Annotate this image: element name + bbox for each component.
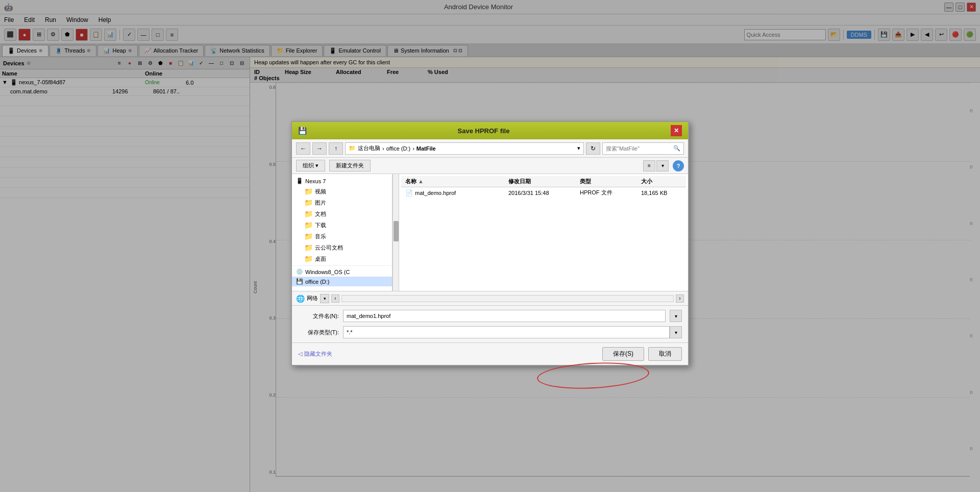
tree-item-nexus7[interactable]: 📱 Nexus 7: [292, 176, 392, 186]
tree-item-downloads[interactable]: 📁 下载: [292, 219, 392, 231]
filename-row: 文件名(N): ▾: [298, 310, 682, 322]
col-header-date[interactable]: 修改日期: [508, 178, 580, 185]
folder-docs-icon: 📁: [304, 210, 313, 218]
file-type: HPROF 文件: [580, 189, 641, 196]
file-name-area: 文件名(N): ▾ 保存类型(T): ▾: [292, 305, 688, 342]
filetype-input[interactable]: [343, 326, 670, 338]
network-expand-btn[interactable]: ▾: [320, 294, 329, 303]
tree-scrollbar-thumb[interactable]: [394, 221, 399, 241]
network-icon: 🌐: [296, 294, 305, 303]
breadcrumb-bar: 📁 这台电脑 › office (D:) › MatFile ▾: [345, 142, 584, 155]
dialog-buttons: ◁ 隐藏文件夹 保存(S) 取消: [292, 342, 688, 365]
filetype-container: ▾: [343, 326, 682, 338]
hide-folders-toggle[interactable]: ◁ 隐藏文件夹: [298, 350, 332, 358]
breadcrumb-sep1: ›: [382, 145, 384, 152]
hide-folders-label: 隐藏文件夹: [304, 350, 332, 358]
nexus7-icon: 📱: [296, 178, 303, 184]
file-name-text: mat_demo.hprof: [415, 190, 456, 196]
tree-item-desktop[interactable]: 📁 桌面: [292, 253, 392, 264]
folder-video-icon: 📁: [304, 187, 313, 195]
search-box: 🔍: [602, 142, 684, 155]
hide-folders-icon: ◁: [298, 351, 302, 357]
folder-music-icon: 📁: [304, 232, 313, 240]
network-label[interactable]: 网络: [307, 294, 318, 302]
view-list-button[interactable]: ≡: [643, 160, 655, 171]
file-date: 2016/3/31 15:48: [508, 190, 580, 196]
tree-item-pictures[interactable]: 📁 图片: [292, 197, 392, 208]
file-name-cell: 📄 mat_demo.hprof: [405, 189, 508, 196]
file-list-header: 名称 ▲ 修改日期 类型 大小: [401, 176, 686, 187]
col-header-type[interactable]: 类型: [580, 178, 641, 185]
save-button[interactable]: 保存(S): [602, 347, 644, 361]
filetype-dropdown[interactable]: ▾: [670, 326, 682, 338]
breadcrumb-folder-icon: 📁: [349, 145, 356, 152]
forward-button[interactable]: →: [312, 142, 327, 155]
file-list: 名称 ▲ 修改日期 类型 大小 📄 mat_demo.hprof 2016/3/…: [399, 174, 688, 291]
col-header-size[interactable]: 大小: [641, 178, 682, 185]
bottom-scrollbar[interactable]: [341, 295, 674, 302]
filetype-row: 保存类型(T): ▾: [298, 326, 682, 338]
tree-item-docs[interactable]: 📁 文档: [292, 208, 392, 219]
file-dialog-content: 📱 Nexus 7 📁 视频 📁 图片 📁 文档: [292, 174, 688, 291]
folder-desktop-icon: 📁: [304, 255, 313, 263]
scroll-right-button[interactable]: ›: [676, 294, 684, 303]
refresh-button[interactable]: ↻: [586, 142, 600, 155]
win8-icon: 💿: [296, 268, 303, 275]
office-drive-icon: 💾: [296, 278, 303, 285]
modal-title: Save HPROF file: [307, 127, 660, 135]
folder-downloads-icon: 📁: [304, 221, 313, 229]
new-folder-button[interactable]: 新建文件夹: [329, 160, 371, 171]
save-hprof-dialog: 💾 Save HPROF file ✕ ← → ↑ 📁 这台电脑 › offic…: [291, 121, 689, 366]
view-dropdown-button[interactable]: ▾: [656, 160, 669, 171]
help-button[interactable]: ?: [673, 160, 684, 171]
breadcrumb-drive[interactable]: office (D:): [386, 145, 410, 152]
dialog-action-buttons: 保存(S) 取消: [602, 347, 682, 361]
cancel-button[interactable]: 取消: [648, 347, 682, 361]
scroll-left-button[interactable]: ‹: [331, 294, 339, 303]
tree-item-cloud[interactable]: 📁 云公司文档: [292, 242, 392, 253]
back-button[interactable]: ←: [296, 142, 310, 155]
filetype-label: 保存类型(T):: [298, 329, 339, 336]
breadcrumb-sep2: ›: [412, 145, 414, 152]
filename-label: 文件名(N):: [298, 312, 339, 320]
file-doc-icon: 📄: [405, 189, 413, 196]
filename-input[interactable]: [343, 310, 666, 322]
file-tree-container: 📱 Nexus 7 📁 视频 📁 图片 📁 文档: [292, 174, 399, 291]
breadcrumb-dropdown[interactable]: ▾: [577, 145, 580, 152]
modal-icon: 💾: [298, 127, 307, 135]
folder-cloud-icon: 📁: [304, 243, 313, 252]
file-item-hprof[interactable]: 📄 mat_demo.hprof 2016/3/31 15:48 HPROF 文…: [401, 187, 686, 198]
folder-pictures-icon: 📁: [304, 199, 313, 207]
tree-item-music[interactable]: 📁 音乐: [292, 231, 392, 242]
sort-arrow: ▲: [418, 178, 424, 184]
tree-item-office[interactable]: 💾 office (D:): [292, 277, 392, 286]
file-tree: 📱 Nexus 7 📁 视频 📁 图片 📁 文档: [292, 174, 393, 291]
filename-dropdown[interactable]: ▾: [670, 310, 682, 322]
file-nav-bottom: 🌐 网络 ▾ ‹ ›: [292, 291, 688, 305]
organize-button[interactable]: 组织 ▾: [296, 160, 325, 171]
col-header-name[interactable]: 名称 ▲: [405, 178, 508, 185]
up-button[interactable]: ↑: [329, 142, 343, 155]
breadcrumb-current[interactable]: MatFile: [416, 145, 436, 152]
file-actions-bar: 组织 ▾ 新建文件夹 ≡ ▾ ?: [292, 158, 688, 174]
tree-scrollbar[interactable]: [393, 174, 399, 291]
search-icon: 🔍: [673, 145, 680, 152]
file-size: 18,165 KB: [641, 190, 682, 196]
modal-overlay: 💾 Save HPROF file ✕ ← → ↑ 📁 这台电脑 › offic…: [0, 0, 980, 492]
file-nav-bar: ← → ↑ 📁 这台电脑 › office (D:) › MatFile ▾ ↻…: [292, 139, 688, 158]
modal-title-bar: 💾 Save HPROF file ✕: [292, 122, 688, 139]
tree-item-video[interactable]: 📁 视频: [292, 186, 392, 197]
tree-item-win8[interactable]: 💿 Windows8_OS (C: [292, 267, 392, 277]
search-input[interactable]: [606, 145, 671, 152]
view-controls: ≡ ▾: [643, 160, 669, 171]
breadcrumb-root[interactable]: 这台电脑: [358, 144, 380, 152]
modal-close-button[interactable]: ✕: [671, 125, 682, 136]
